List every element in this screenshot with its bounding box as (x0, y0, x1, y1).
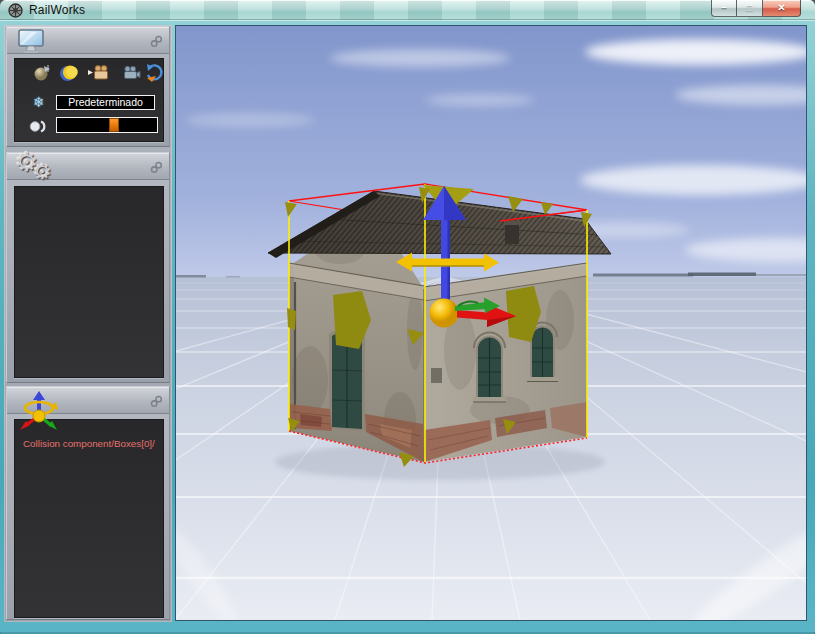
brightness-slider[interactable] (56, 117, 158, 133)
window-title: RailWorks (29, 3, 85, 17)
render-toolbar (15, 62, 165, 84)
selection-list[interactable]: Collision component/Boxes[0]/ (14, 419, 164, 618)
maximize-button[interactable]: □ (737, 0, 763, 17)
railworks-window: RailWorks – □ ✕ (0, 0, 815, 634)
chimney (505, 225, 519, 244)
brightness-row (15, 117, 165, 134)
environment-select[interactable]: Predeterminado (56, 95, 155, 110)
shaded-sphere-icon[interactable] (31, 62, 55, 84)
settings-list[interactable] (14, 186, 164, 378)
gizmo-origin-handle[interactable] (430, 299, 459, 328)
display-toolbox: ❄ Predeterminado (14, 58, 164, 142)
display-panel-header (7, 27, 169, 54)
close-button[interactable]: ✕ (763, 0, 801, 17)
pin-icon[interactable] (150, 34, 163, 47)
display-panel: ❄ Predeterminado (6, 26, 170, 147)
weather-snowflake-icon: ❄ (33, 94, 45, 110)
pin-icon[interactable] (150, 160, 163, 173)
window-1 (473, 333, 506, 402)
selection-panel: Collision component/Boxes[0]/ (6, 386, 170, 620)
pin-icon[interactable] (150, 394, 163, 407)
close-icon: ✕ (777, 3, 785, 13)
monitor-icon (17, 29, 47, 58)
environment-row: ❄ Predeterminado (15, 94, 165, 111)
railworks-logo-icon (8, 3, 23, 18)
camera-icon[interactable] (119, 62, 143, 84)
settings-panel-header: ⚙ ⚙ (7, 153, 169, 180)
maximize-icon: □ (747, 3, 752, 13)
reset-view-icon[interactable] (143, 62, 167, 84)
minimize-button[interactable]: – (711, 0, 737, 17)
window-controls: – □ ✕ (711, 0, 801, 17)
day-night-icon[interactable] (57, 62, 81, 84)
viewport-3d[interactable] (176, 26, 806, 620)
active-camera-icon[interactable] (87, 62, 111, 84)
transform-gizmo-icon (18, 390, 60, 440)
wall-hatch (431, 368, 442, 383)
toggle-icon (29, 119, 49, 137)
gears-icon: ⚙ ⚙ (15, 147, 38, 178)
brightness-slider-handle[interactable] (109, 118, 119, 132)
minimize-icon: – (721, 3, 727, 13)
settings-panel: ⚙ ⚙ (6, 152, 170, 383)
titlebar[interactable]: RailWorks – □ ✕ (0, 0, 815, 20)
tool-sidebar: ❄ Predeterminado (4, 25, 172, 622)
